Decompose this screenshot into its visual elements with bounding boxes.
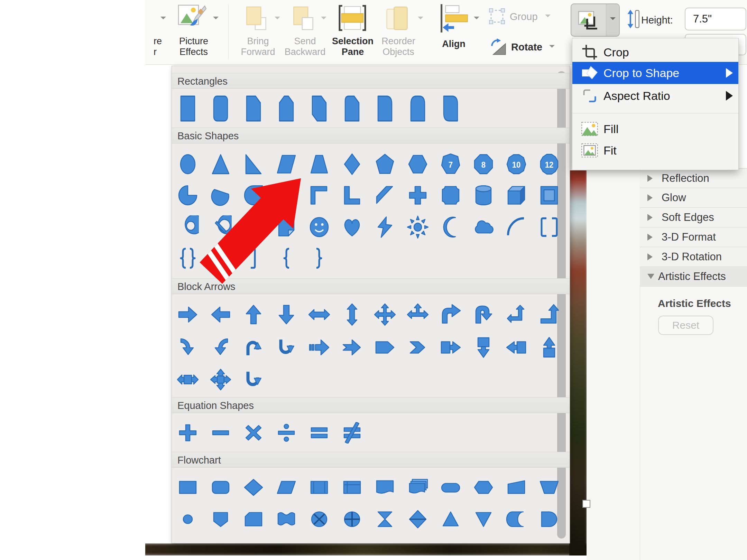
pane-section-reflection[interactable]: Reflection xyxy=(640,168,747,188)
shape-donut[interactable] xyxy=(177,215,199,239)
shape-diamond[interactable] xyxy=(341,152,363,176)
shape-fc-manual-operation[interactable] xyxy=(538,477,560,498)
shape-fc-merge[interactable] xyxy=(472,508,495,530)
picture-effects-icon[interactable] xyxy=(178,3,207,34)
shape-snip-same-side-corner[interactable] xyxy=(275,93,297,124)
shape-curved-down-arrow-2[interactable] xyxy=(242,368,265,391)
align-icon[interactable] xyxy=(440,3,470,35)
shape-heart[interactable] xyxy=(341,215,363,239)
shape-snip-single-corner[interactable] xyxy=(242,93,265,124)
shape-moon[interactable] xyxy=(440,215,462,239)
shape-pentagon-arrow[interactable] xyxy=(374,336,396,359)
shape-can[interactable] xyxy=(472,184,495,207)
shape-double-brace[interactable] xyxy=(177,246,199,270)
shape-curved-down-arrow[interactable] xyxy=(275,336,297,359)
shape-fc-punched-tape[interactable] xyxy=(275,508,297,530)
shape-right-bracket[interactable] xyxy=(242,246,265,270)
shape-left-brace[interactable] xyxy=(275,246,297,270)
menu-item-crop[interactable]: Crop xyxy=(572,43,738,62)
shape-isosceles-triangle[interactable] xyxy=(210,152,232,176)
shape-bent-arrow[interactable] xyxy=(440,303,462,326)
shape-left-right-up-arrow[interactable] xyxy=(407,303,429,326)
shape-fc-card[interactable] xyxy=(242,508,265,530)
shape-decagon[interactable]: 10 xyxy=(505,152,527,176)
shape-arrow-left-right[interactable] xyxy=(308,303,330,326)
shape-cross[interactable] xyxy=(407,184,429,207)
shape-plus[interactable] xyxy=(177,422,199,444)
pane-section-soft-edges[interactable]: Soft Edges xyxy=(640,208,747,227)
shape-trapezoid[interactable] xyxy=(308,152,330,176)
shape-frame[interactable] xyxy=(275,184,297,207)
pane-section-3-d-format[interactable]: 3-D Format xyxy=(640,227,747,247)
picture-border-caret-icon[interactable] xyxy=(160,17,166,22)
shape-right-triangle[interactable] xyxy=(242,152,265,176)
rotate-caret-icon[interactable] xyxy=(549,45,555,50)
shape-fc-manual-input[interactable] xyxy=(505,477,527,498)
shape-rectangle[interactable] xyxy=(177,93,199,124)
shape-snip-round-single-corner[interactable] xyxy=(341,93,363,124)
shape-equal[interactable] xyxy=(308,422,330,444)
crop-split-button[interactable] xyxy=(571,3,620,37)
shape-round-diagonal-corner[interactable] xyxy=(440,93,462,124)
shape-plaque[interactable] xyxy=(440,184,462,207)
shape-notched-right-arrow[interactable] xyxy=(341,336,363,359)
shape-up-arrow-callout[interactable] xyxy=(538,336,560,359)
shape-arrow-down[interactable] xyxy=(275,303,297,326)
shape-fc-internal-storage[interactable] xyxy=(341,477,363,498)
pane-section-glow[interactable]: Glow xyxy=(640,188,747,208)
shape-fc-alternate-process[interactable] xyxy=(210,477,232,498)
shape-heptagon[interactable]: 7 xyxy=(440,152,462,176)
selection-pane-icon[interactable] xyxy=(338,4,367,33)
shape-fc-preparation[interactable] xyxy=(472,477,495,498)
menu-item-aspect-ratio[interactable]: Aspect Ratio xyxy=(572,86,738,105)
picture-effects-button[interactable]: Picture Effects xyxy=(166,36,221,57)
shape-fc-document[interactable] xyxy=(374,477,396,498)
shape-fc-process[interactable] xyxy=(177,477,199,498)
shape-double-bracket[interactable] xyxy=(538,215,560,239)
shape-sun[interactable] xyxy=(407,215,429,239)
shape-arrow-up[interactable] xyxy=(242,303,265,326)
shape-parallelogram[interactable] xyxy=(275,152,297,176)
shape-snip-diagonal-corner[interactable] xyxy=(308,93,330,124)
shape-fc-summing-junction[interactable] xyxy=(308,508,330,530)
shape-diagonal-stripe[interactable] xyxy=(374,184,396,207)
shape-arc[interactable] xyxy=(505,215,527,239)
shape-left-up-arrow[interactable] xyxy=(505,303,527,326)
pane-section-artistic-effects[interactable]: Artistic Effects xyxy=(640,267,747,287)
shape-teardrop[interactable] xyxy=(242,184,265,207)
shape-multiply[interactable] xyxy=(242,422,265,444)
shape-bent-up-arrow[interactable] xyxy=(538,303,560,326)
shape-fc-predefined-process[interactable] xyxy=(308,477,330,498)
shape-fc-connector[interactable] xyxy=(177,508,199,530)
align-caret-icon[interactable] xyxy=(474,17,479,22)
shape-arrow-left[interactable] xyxy=(210,303,232,326)
shape-fc-stored-data[interactable] xyxy=(505,508,527,530)
shape-half-frame[interactable] xyxy=(308,184,330,207)
shape-u-turn-arrow[interactable] xyxy=(472,303,495,326)
shape-fc-collate[interactable] xyxy=(374,508,396,530)
menu-item-fill[interactable]: Fill xyxy=(572,118,738,140)
shape-pentagon[interactable] xyxy=(374,152,396,176)
shape-octagon[interactable]: 8 xyxy=(472,152,495,176)
shape-smiley[interactable] xyxy=(308,215,330,239)
align-button[interactable]: Align xyxy=(430,39,478,49)
shape-fc-data[interactable] xyxy=(275,477,297,498)
shape-curved-right-arrow[interactable] xyxy=(177,336,199,359)
shape-curved-up-arrow[interactable] xyxy=(242,336,265,359)
shape-pie[interactable] xyxy=(177,184,199,207)
rotate-icon[interactable] xyxy=(490,38,508,58)
rotate-button[interactable]: Rotate xyxy=(511,41,542,53)
shape-curved-left-arrow[interactable] xyxy=(210,336,232,359)
shape-cloud[interactable] xyxy=(472,215,495,239)
shape-fc-or[interactable] xyxy=(341,508,363,530)
shape-block-arc[interactable] xyxy=(242,215,265,239)
pane-section-3-d-rotation[interactable]: 3-D Rotation xyxy=(640,247,747,267)
shape-cube[interactable] xyxy=(505,184,527,207)
shape-fc-terminator[interactable] xyxy=(440,477,462,498)
shape-left-arrow-callout[interactable] xyxy=(505,336,527,359)
shape-chord[interactable] xyxy=(210,184,232,207)
shape-lightning[interactable] xyxy=(374,215,396,239)
shape-fc-multidocument[interactable] xyxy=(407,477,429,498)
shape-right-brace[interactable] xyxy=(308,246,330,270)
shape-quad-arrow[interactable] xyxy=(374,303,396,326)
